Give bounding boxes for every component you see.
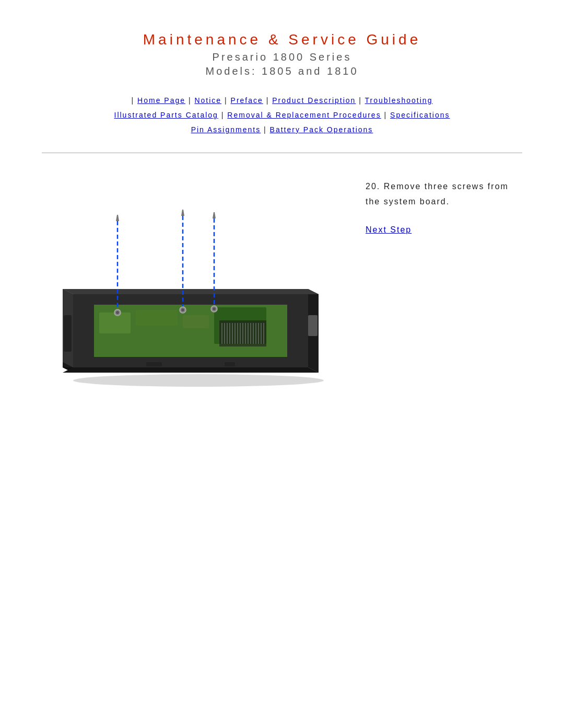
laptop-svg [42, 169, 345, 388]
bottom-detail [146, 362, 162, 366]
nav-sep-1: | [189, 96, 195, 105]
top-edge [63, 289, 319, 294]
nav-home-page[interactable]: Home Page [137, 96, 185, 105]
nav-sep-5: | [221, 111, 228, 119]
screw-2-head [181, 308, 184, 311]
screw-tip-2 [181, 210, 184, 216]
nav-specifications[interactable]: Specifications [390, 111, 450, 119]
screw-1-head [116, 311, 119, 314]
nav-sep-6: | [384, 111, 391, 119]
next-step-link[interactable]: Next Step [366, 225, 412, 234]
nav-section: | Home Page | Notice | Preface | Product… [42, 93, 522, 137]
pcb-chip-1 [99, 313, 131, 333]
section-divider [42, 153, 522, 153]
step-text-content: Remove three screws from the system boar… [366, 182, 509, 206]
step-description: 20. Remove three screws from the system … [366, 179, 522, 210]
nav-pin-assignments[interactable]: Pin Assignments [191, 125, 261, 134]
nav-sep-4: | [359, 96, 365, 105]
main-title: Maintenance & Service Guide [42, 31, 522, 48]
nav-sep-2: | [225, 96, 231, 105]
content-section: 20. Remove three screws from the system … [42, 169, 522, 388]
pcb-chip-3 [183, 315, 209, 328]
nav-sep-3: | [266, 96, 273, 105]
screw-tip-3 [213, 212, 216, 218]
nav-preface[interactable]: Preface [231, 96, 263, 105]
svg-point-0 [73, 374, 324, 387]
page-wrapper: Maintenance & Service Guide Presario 180… [0, 0, 564, 728]
header-section: Maintenance & Service Guide Presario 180… [42, 31, 522, 77]
subtitle-line-1: Presario 1800 Series [42, 51, 522, 63]
nav-separator: | [132, 96, 138, 105]
subtitle-line-2: Models: 1805 and 1810 [42, 65, 522, 77]
nav-product-description[interactable]: Product Description [272, 96, 356, 105]
screw-tip-1 [116, 215, 119, 221]
step-number: 20. [366, 182, 380, 191]
nav-troubleshooting[interactable]: Troubleshooting [365, 96, 433, 105]
screw-3-head [213, 307, 216, 310]
nav-illustrated-parts[interactable]: Illustrated Parts Catalog [114, 111, 218, 119]
right-connector [308, 315, 318, 336]
bottom-lip [63, 367, 319, 373]
text-area: 20. Remove three screws from the system … [366, 169, 522, 235]
image-area [42, 169, 345, 388]
pcb-chip-2 [136, 310, 178, 326]
laptop-illustration [42, 169, 345, 388]
left-handle [64, 315, 72, 352]
bottom-detail-2 [225, 362, 235, 366]
nav-sep-7: | [264, 125, 270, 134]
nav-notice[interactable]: Notice [194, 96, 221, 105]
nav-battery-pack[interactable]: Battery Pack Operations [270, 125, 373, 134]
nav-removal-replacement[interactable]: Removal & Replacement Procedures [227, 111, 381, 119]
